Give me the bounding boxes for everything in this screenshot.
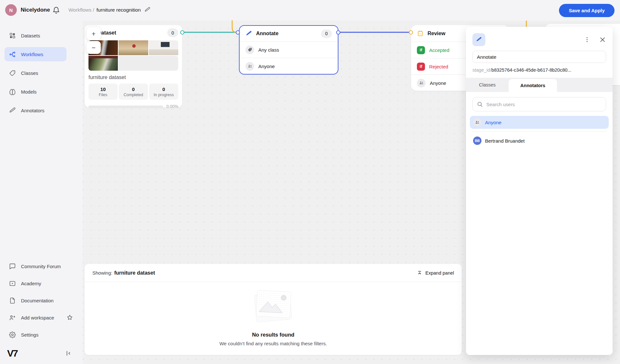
edit-name-icon[interactable] xyxy=(144,7,150,13)
showing-label: Showing: xyxy=(92,270,112,276)
sidebar-item-annotators[interactable]: Annotators xyxy=(5,103,67,117)
if-condition-icon: if xyxy=(417,63,425,71)
workspace-avatar[interactable]: N xyxy=(5,4,17,16)
no-results-subtitle: We couldn’t find any results matching th… xyxy=(219,341,327,346)
annotator-option-anyone[interactable]: Anyone xyxy=(470,116,609,129)
review-node-title: Review xyxy=(428,31,445,36)
panel-tabs: Classes Annotators xyxy=(466,78,613,92)
expand-panel-icon xyxy=(417,270,423,276)
showing-dataset-name: furniture dataset xyxy=(114,270,155,276)
dataset-progress-percent: 0.00% xyxy=(166,104,178,109)
annotator-option-label: Anyone xyxy=(485,120,501,125)
people-icon xyxy=(245,62,254,71)
breadcrumb: Workflows / furniture recognition xyxy=(68,7,150,13)
sidebar-item-datasets[interactable]: Datasets xyxy=(5,28,67,43)
sidebar-item-documentation[interactable]: Documentation xyxy=(5,293,78,308)
datasets-icon xyxy=(9,32,16,39)
annotate-count-badge: 0 xyxy=(321,29,332,38)
sidebar-item-community-forum[interactable]: Community Forum xyxy=(5,259,78,273)
v7-logo: V7 xyxy=(7,348,17,359)
no-results-title: No results found xyxy=(252,332,294,338)
tag-icon xyxy=(245,46,254,54)
annotator-option-user[interactable]: BB Bertrand Bruandet xyxy=(470,134,609,147)
list-divider xyxy=(472,131,607,132)
annotate-row-any-class[interactable]: Any class xyxy=(240,41,338,58)
search-users-input[interactable] xyxy=(472,97,606,111)
sidebar-item-label: Classes xyxy=(21,70,38,76)
expand-panel-label: Expand panel xyxy=(425,270,454,276)
close-panel-icon[interactable] xyxy=(599,36,606,43)
collapse-sidebar-icon[interactable] xyxy=(65,350,72,357)
save-and-apply-button[interactable]: Save and Apply xyxy=(559,4,615,17)
annotate-node[interactable]: Annotate 0 Any class Anyone xyxy=(239,25,338,75)
no-results-illustration xyxy=(245,289,302,325)
breadcrumb-section[interactable]: Workflows / xyxy=(68,7,94,13)
workspace-name[interactable]: Nicelydone xyxy=(21,7,50,13)
annotate-row-anyone[interactable]: Anyone xyxy=(240,58,338,74)
review-row-label: Anyone xyxy=(430,80,446,86)
stage-id-value: b8325764-c346-45de-b617-8b20c80... xyxy=(491,67,572,73)
dataset-count-badge: 0 xyxy=(167,28,178,37)
sidebar-item-label: Workflows xyxy=(21,52,43,57)
sidebar-item-label: Academy xyxy=(21,281,41,286)
more-options-kebab-icon[interactable] xyxy=(584,36,591,43)
stage-id: stage_id/b8325764-c346-45de-b617-8b20c80… xyxy=(472,67,606,73)
sidebar-item-academy[interactable]: Academy xyxy=(5,276,78,290)
dataset-preview-panel: Showing: furniture dataset Expand panel … xyxy=(85,264,462,355)
review-clipboard-icon xyxy=(417,30,424,37)
classes-tag-icon xyxy=(9,70,16,76)
sidebar-item-settings[interactable]: Settings xyxy=(5,328,78,342)
sidebar-item-workflows[interactable]: Workflows xyxy=(5,47,67,61)
if-condition-icon: if xyxy=(417,46,425,54)
annotate-pencil-icon xyxy=(245,30,252,37)
review-row-label: Rejected xyxy=(429,64,448,69)
user-avatar: BB xyxy=(473,136,481,145)
review-row-label: Accepted xyxy=(429,47,450,53)
tab-annotators[interactable]: Annotators xyxy=(509,79,557,92)
zoom-in-button[interactable]: + xyxy=(87,27,101,40)
annotate-input-port[interactable] xyxy=(236,30,240,35)
sidebar-item-models[interactable]: Models xyxy=(5,85,67,99)
canvas-zoom-controls: + − xyxy=(87,27,101,54)
stage-type-chip xyxy=(472,33,485,46)
stat-label: Files xyxy=(99,93,107,97)
sidebar-item-label: Add workspace xyxy=(21,315,54,320)
stage-name-input[interactable] xyxy=(472,51,606,63)
documentation-file-icon xyxy=(9,297,16,304)
settings-gear-icon xyxy=(9,331,16,338)
stat-label: In progress xyxy=(154,93,174,97)
stat-completed: 0 Completed xyxy=(119,84,148,100)
sidebar-item-label: Annotators xyxy=(21,108,45,113)
sidebar-item-add-workspace[interactable]: Add workspace xyxy=(5,310,78,325)
sidebar-item-classes[interactable]: Classes xyxy=(5,66,67,80)
stat-label: Completed xyxy=(124,93,143,97)
sidebar-item-label: Documentation xyxy=(21,298,54,303)
notifications-bell-icon[interactable] xyxy=(52,6,60,14)
dataset-thumbnail-placeholder xyxy=(119,56,178,71)
annotate-row-label: Anyone xyxy=(258,64,275,69)
models-brain-icon xyxy=(9,88,16,95)
search-icon xyxy=(477,101,483,107)
academy-video-icon xyxy=(9,280,16,287)
dataset-thumbnails xyxy=(88,40,178,71)
expand-panel-button[interactable]: Expand panel xyxy=(417,270,454,276)
workflows-icon xyxy=(9,51,16,58)
annotate-node-title: Annotate xyxy=(256,31,278,36)
sidebar: Datasets Workflows Classes Models xyxy=(0,21,83,364)
tab-classes[interactable]: Classes xyxy=(466,78,509,92)
stat-value: 0 xyxy=(162,86,165,92)
dataset-output-port[interactable] xyxy=(180,30,184,35)
top-bar: N Nicelydone Workflows / furniture recog… xyxy=(0,0,620,21)
sidebar-item-label: Datasets xyxy=(21,33,40,38)
stat-in-progress: 0 In progress xyxy=(149,84,178,100)
dataset-thumbnail xyxy=(149,40,178,55)
breadcrumb-page: furniture recognition xyxy=(97,7,141,13)
annotator-user-name: Bertrand Bruandet xyxy=(485,138,525,144)
annotate-row-label: Any class xyxy=(258,47,279,53)
stat-value: 0 xyxy=(132,86,135,92)
favorite-star-icon[interactable] xyxy=(67,314,73,321)
annotate-output-port[interactable] xyxy=(336,30,340,35)
dataset-name: furniture dataset xyxy=(88,75,178,80)
review-input-port[interactable] xyxy=(409,30,413,35)
zoom-out-button[interactable]: − xyxy=(87,41,101,54)
